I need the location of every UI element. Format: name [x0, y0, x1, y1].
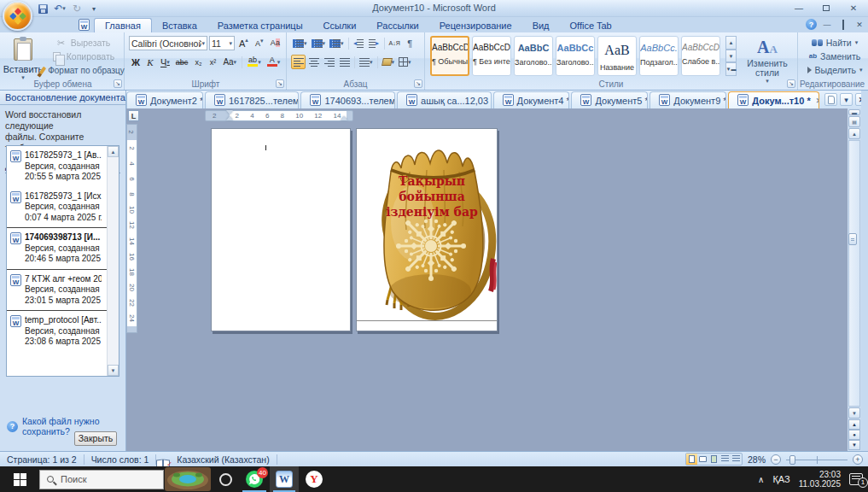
style-item[interactable]: AaBbCcDcСлабое в...	[681, 36, 720, 76]
ribbon-tab-главная[interactable]: Главная	[94, 18, 152, 32]
style-item[interactable]: AaBbCЗаголово...	[514, 36, 553, 76]
page-2[interactable]: Тақырып бойынша ізденіуім бар	[356, 128, 498, 331]
word-count[interactable]: Число слов: 1	[84, 454, 156, 465]
style-item[interactable]: AaBbCcDc¶ Обычный	[430, 36, 469, 76]
scroll-down-arrow[interactable]: ▼	[108, 365, 119, 376]
clear-formatting-button[interactable]: Aa	[268, 36, 283, 50]
ribbon-tab-рецензирование[interactable]: Рецензирование	[429, 19, 522, 32]
vertical-scrollbar[interactable]: ▬ ▤ ▲ ▼ ▲ ● ▼	[848, 108, 861, 451]
scrollbar-track[interactable]	[848, 140, 860, 407]
grow-font-button[interactable]: A▴	[236, 36, 251, 50]
show-marks-button[interactable]: ¶	[403, 36, 417, 50]
keyboard-language[interactable]: ҚАЗ	[772, 474, 789, 484]
doc-close-button[interactable]: ✕	[853, 20, 865, 29]
ribbon-tab-разметка-страницы[interactable]: Разметка страницы	[207, 19, 313, 32]
scroll-up-arrow[interactable]: ▲	[108, 146, 119, 157]
highlight-button[interactable]: ab▾	[245, 55, 264, 69]
superscript-button[interactable]: x²	[206, 55, 219, 69]
first-line-indent-marker[interactable]	[226, 110, 233, 114]
font-color-button[interactable]: А▾	[265, 55, 283, 69]
language-indicator[interactable]: Казахский (Казахстан)	[170, 454, 276, 465]
cut-button[interactable]: ✂ Вырезать	[43, 36, 123, 50]
split-handle[interactable]: ▬	[848, 109, 860, 115]
tray-clock[interactable]: 23:03 11.03.2025	[799, 470, 841, 489]
taskbar-cortana-button[interactable]	[212, 466, 239, 492]
ruler-toggle-button[interactable]: ▤	[848, 116, 860, 127]
close-button[interactable]: ✕	[842, 2, 865, 15]
outline-view-button[interactable]	[719, 454, 731, 465]
recovered-file-item[interactable]: W7 КТЖ алг +геом 20...Версия, созданная …	[7, 270, 119, 312]
recovery-list-scrollbar[interactable]: ▲ ▼	[107, 146, 119, 376]
minimize-button[interactable]: —	[788, 2, 810, 15]
clipboard-dialog-launcher[interactable]: ↘	[114, 79, 122, 88]
browse-previous-button[interactable]: ▲	[848, 419, 860, 430]
ribbon-tab-ссылки[interactable]: Ссылки	[313, 19, 367, 32]
document-tab[interactable]: WДокумент9 *	[650, 91, 726, 108]
page-1[interactable]	[211, 128, 351, 331]
format-painter-button[interactable]: Формат по образцу	[43, 63, 123, 77]
document-tab[interactable]: WДокумент5 *	[571, 91, 648, 108]
align-left-button[interactable]	[291, 55, 306, 69]
hanging-indent-marker[interactable]	[226, 116, 233, 120]
recovered-file-item[interactable]: W1617825973_1 [Ав...Версия, созданная ..…	[7, 146, 119, 187]
zoom-out-button[interactable]: −	[771, 454, 781, 465]
shading-button[interactable]: ▾	[381, 55, 397, 69]
taskbar-word-button[interactable]: W	[270, 466, 299, 492]
font-size-combobox[interactable]: 11▾	[209, 36, 235, 50]
taskbar-whatsapp-button[interactable]: 40	[239, 466, 270, 492]
styles-dialog-launcher[interactable]: ↘	[787, 79, 795, 88]
draft-view-button[interactable]	[731, 454, 742, 465]
decrease-indent-button[interactable]: ◂	[352, 36, 366, 50]
document-tab[interactable]: W1740693...телем)	[300, 91, 395, 108]
restore-button[interactable]	[815, 2, 837, 15]
fullscreen-reading-view-button[interactable]	[697, 454, 708, 465]
page-indicator[interactable]: Страница: 1 из 2	[0, 454, 84, 465]
multilevel-list-button[interactable]: ▾	[328, 36, 346, 50]
style-item[interactable]: AaBНазвание	[597, 36, 637, 76]
vertical-ruler[interactable]: 2 24681012141618202224	[126, 124, 137, 333]
align-center-button[interactable]	[306, 55, 321, 69]
taskbar-game-icon[interactable]	[164, 466, 212, 492]
select-button[interactable]: Выделить▾	[798, 63, 866, 77]
zoom-level[interactable]: 28%	[748, 454, 766, 465]
web-layout-view-button[interactable]	[708, 454, 719, 465]
underline-button[interactable]: Ч▾	[158, 55, 172, 69]
subscript-button[interactable]: x₂	[191, 55, 205, 69]
gallery-down-button[interactable]: ▼	[725, 50, 737, 63]
gallery-more-button[interactable]: ▼▬	[725, 62, 737, 76]
office-button[interactable]	[3, 1, 32, 31]
ribbon-tab-вставка[interactable]: Вставка	[152, 19, 207, 32]
taskbar-search[interactable]: Поиск	[39, 470, 164, 489]
office-tab-addin-icon[interactable]: W	[79, 19, 90, 32]
line-spacing-button[interactable]: ▾	[358, 55, 375, 69]
style-item[interactable]: AaBbCc.Подзагол...	[639, 36, 679, 76]
tray-chevron-icon[interactable]: ∧	[758, 475, 764, 484]
font-dialog-launcher[interactable]: ↘	[276, 79, 284, 88]
zoom-slider[interactable]	[786, 454, 848, 465]
ribbon-tab-office-tab[interactable]: Office Tab	[560, 19, 622, 32]
document-tab[interactable]: W1617825...телем)	[205, 91, 300, 108]
style-item[interactable]: AaBbCcDc¶ Без инте...	[472, 36, 511, 76]
find-button[interactable]: Найти▾	[798, 36, 866, 50]
document-tab[interactable]: Wашық са...12,03 *	[397, 91, 492, 108]
ribbon-tab-рассылки[interactable]: Рассылки	[366, 19, 428, 32]
change-styles-button[interactable]: АА Изменить стили ▾	[741, 35, 794, 86]
recovered-file-item[interactable]: Wtemp_protocol [Авт...Версия, созданная …	[7, 311, 119, 352]
replace-button[interactable]: ab Заменить	[798, 50, 866, 63]
doc-restore-button[interactable]	[837, 20, 849, 29]
scrollbar-thumb[interactable]	[848, 233, 857, 245]
taskbar-yandex-button[interactable]: Y	[299, 466, 329, 492]
bullets-button[interactable]: ▾	[291, 36, 309, 50]
paste-button[interactable]: Вставить ▾	[6, 35, 40, 85]
numbering-button[interactable]: ▾	[310, 36, 328, 50]
tab-close-icon[interactable]: ✕	[816, 97, 819, 105]
document-tab[interactable]: WДокум...т10 *✕	[728, 91, 819, 108]
recovered-file-item[interactable]: W1617825973_1 [Исх...Версия, созданная .…	[7, 187, 119, 228]
font-name-combobox[interactable]: Calibri (Основной те▾	[129, 36, 207, 50]
sort-button[interactable]: А↓Я	[387, 36, 402, 50]
shrink-font-button[interactable]: A▾	[253, 36, 266, 50]
document-tab[interactable]: WДокумент2 *	[126, 91, 203, 108]
recovered-file-item[interactable]: W174069398713 [И...Версия, созданная ...…	[7, 227, 119, 270]
start-button[interactable]	[0, 466, 39, 492]
print-layout-view-button[interactable]	[686, 454, 697, 465]
